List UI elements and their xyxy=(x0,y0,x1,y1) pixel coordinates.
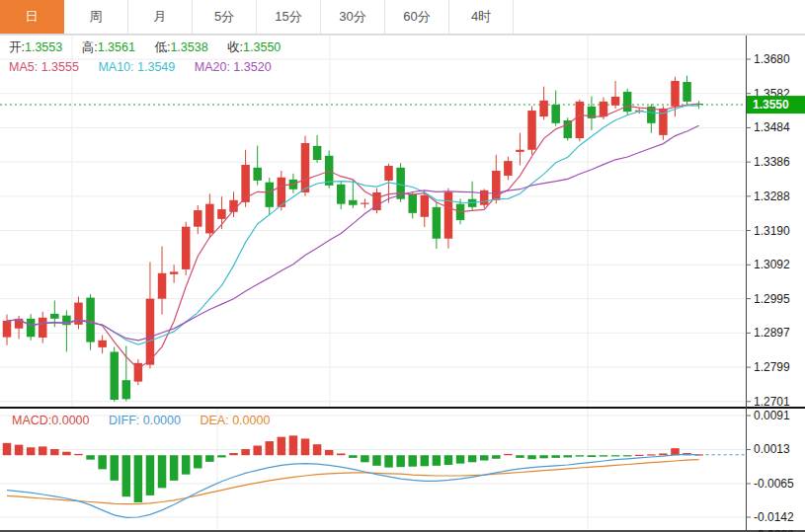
macd-bar xyxy=(86,455,95,459)
candle-body xyxy=(253,168,262,181)
close-label: 收: xyxy=(227,40,243,54)
macd-bar xyxy=(396,455,405,467)
macd-bar xyxy=(266,441,275,455)
macd-bar xyxy=(468,455,477,462)
svg-text:1.3288: 1.3288 xyxy=(754,190,790,203)
grid-layer xyxy=(0,36,746,529)
trading-chart-app: 日 周 月 5分 15分 30分 60分 4时 1.36801.35821.34… xyxy=(0,0,805,532)
macd-bar xyxy=(3,443,12,455)
candle-body xyxy=(50,314,59,319)
candle-body xyxy=(421,195,430,217)
candle-body xyxy=(170,271,179,273)
svg-text:1.3484: 1.3484 xyxy=(754,120,790,134)
ma10-line xyxy=(7,106,699,344)
macd-bar xyxy=(588,455,597,457)
low-label: 低: xyxy=(154,40,170,54)
macd-bar xyxy=(444,455,453,465)
tab-30min[interactable]: 30分 xyxy=(321,0,385,34)
macd-value: 0.0000 xyxy=(51,414,89,427)
candle-body xyxy=(611,97,620,106)
macd-bar xyxy=(158,455,167,488)
macd-bar xyxy=(372,455,381,466)
tab-day[interactable]: 日 xyxy=(0,0,64,34)
candle-body xyxy=(623,92,632,112)
candle-body xyxy=(576,102,585,138)
tab-60min[interactable]: 60分 xyxy=(385,0,449,34)
candle-body xyxy=(539,101,548,116)
macd-bar xyxy=(229,453,238,455)
candlestick-chart[interactable]: 1.36801.35821.34841.33861.32881.31901.30… xyxy=(0,0,805,532)
macd-bar xyxy=(635,455,644,456)
svg-text:-0.0142: -0.0142 xyxy=(754,510,794,524)
candle-body xyxy=(671,81,680,107)
svg-text:1.2701: 1.2701 xyxy=(754,395,790,409)
candle-body xyxy=(158,273,167,299)
candle-body xyxy=(98,341,107,347)
macd-bar xyxy=(623,455,632,456)
candle-body xyxy=(39,318,47,338)
candle-body xyxy=(3,321,12,338)
ma5-line xyxy=(7,104,699,369)
candle-body xyxy=(337,185,346,204)
svg-text:0.0091: 0.0091 xyxy=(754,409,790,422)
candle-body xyxy=(433,207,442,239)
open-value: 1.3553 xyxy=(25,40,62,54)
macd-bar xyxy=(170,455,179,481)
macd-bar xyxy=(551,455,560,458)
diff-label: DIFF: xyxy=(109,414,139,427)
macd-bar xyxy=(516,455,524,458)
svg-text:-0.0220: -0.0220 xyxy=(754,528,794,532)
macd-bar xyxy=(647,454,656,455)
candle-body xyxy=(504,161,513,176)
svg-text:-0.0065: -0.0065 xyxy=(754,477,794,491)
ma10-value: 1.3549 xyxy=(137,60,175,74)
dea-label: DEA: xyxy=(200,414,228,427)
ma20-line xyxy=(7,125,699,341)
candle-body xyxy=(384,166,393,181)
macd-bar xyxy=(384,455,393,467)
tab-month[interactable]: 月 xyxy=(128,0,193,34)
candle-body xyxy=(564,120,573,138)
macd-bar xyxy=(74,454,83,455)
candle-body xyxy=(551,105,560,123)
macd-bar xyxy=(205,455,214,462)
candle-body xyxy=(361,203,369,204)
svg-text:1.3386: 1.3386 xyxy=(754,155,790,169)
candle-body xyxy=(527,111,536,150)
svg-text:1.3680: 1.3680 xyxy=(754,52,790,66)
current-price-badge: 1.3550 xyxy=(747,96,805,114)
macd-bar xyxy=(110,455,119,481)
macd-bar xyxy=(62,452,71,456)
ma-legend: MA5: 1.3555 MA10: 1.3549 MA20: 1.3520 xyxy=(9,60,287,74)
tab-15min[interactable]: 15分 xyxy=(257,0,321,34)
macd-bar xyxy=(527,455,536,459)
candle-body xyxy=(122,380,131,399)
svg-text:1.3190: 1.3190 xyxy=(754,224,790,238)
high-label: 高: xyxy=(82,40,98,54)
tab-week[interactable]: 周 xyxy=(64,0,128,34)
candles-layer xyxy=(3,76,703,402)
macd-bar xyxy=(492,455,501,459)
svg-text:1.2799: 1.2799 xyxy=(754,360,790,374)
svg-text:1.3550: 1.3550 xyxy=(753,98,789,112)
macd-bar xyxy=(313,444,322,455)
macd-bar xyxy=(98,455,107,469)
tab-4hour[interactable]: 4时 xyxy=(449,0,514,34)
macd-bar xyxy=(337,453,346,455)
candle-body xyxy=(516,150,524,152)
ohlc-legend: 开:1.3553 高:1.3561 低:1.3538 收:1.3550 xyxy=(9,39,296,56)
macd-bar xyxy=(241,449,250,455)
macd-bar xyxy=(564,455,573,457)
candle-body xyxy=(408,194,417,213)
ma20-label: MA20: xyxy=(195,60,230,74)
candle-body xyxy=(194,210,202,227)
macd-bar xyxy=(278,437,286,456)
ma20-value: 1.3520 xyxy=(233,60,271,74)
tab-5min[interactable]: 5分 xyxy=(193,0,257,34)
candle-body xyxy=(600,102,608,116)
macd-legend: MACD:0.0000 DIFF: 0.0000 DEA: 0.0000 xyxy=(12,414,285,427)
macd-bar xyxy=(408,455,417,466)
diff-value: 0.0000 xyxy=(143,414,181,427)
macd-axis-labels: 0.00910.0013-0.0065-0.0142-0.0220 xyxy=(746,409,794,532)
macd-bar xyxy=(50,449,59,455)
